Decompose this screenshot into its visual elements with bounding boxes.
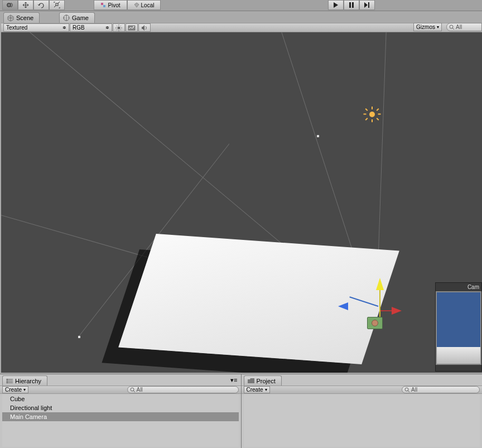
svg-point-8 [118, 26, 120, 29]
gizmos-label: Gizmos [416, 24, 435, 30]
svg-point-26 [7, 382, 8, 383]
scene-search-placeholder: All [456, 24, 462, 30]
gizmos-dropdown[interactable]: Gizmos ▾ [413, 23, 442, 31]
scale-tool-button[interactable] [49, 0, 65, 10]
rotate-tool-button[interactable] [33, 0, 49, 10]
scene-fx-toggle[interactable] [126, 23, 138, 32]
folder-icon [248, 378, 254, 384]
hierarchy-item[interactable]: Cube [2, 394, 239, 403]
svg-line-30 [408, 391, 409, 392]
tab-game-label: Game [72, 15, 89, 21]
project-body [244, 394, 480, 447]
hierarchy-icon [6, 378, 13, 384]
gizmo-y-arrow[interactable] [376, 278, 384, 290]
gizmo-x-axis[interactable] [380, 310, 393, 311]
frustum-handle [78, 336, 80, 338]
svg-rect-3 [101, 3, 103, 5]
pause-button[interactable] [344, 0, 359, 10]
project-panel: Project Create ▾ All [241, 374, 483, 448]
hierarchy-search-input[interactable]: All [127, 386, 239, 393]
svg-line-20 [452, 28, 454, 30]
svg-point-24 [7, 379, 8, 380]
gizmo-z-arrow[interactable] [338, 302, 348, 310]
hierarchy-item-label: Cube [10, 396, 25, 402]
tab-hierarchy[interactable]: Hierarchy [2, 375, 47, 386]
svg-rect-5 [349, 2, 351, 8]
hierarchy-tab-label: Hierarchy [15, 378, 41, 384]
hierarchy-item-label: Main Camera [10, 413, 47, 420]
hierarchy-item[interactable]: Main Camera [2, 412, 239, 421]
chevron-down-icon: ≑ [105, 25, 109, 30]
hierarchy-create-label: Create [5, 387, 22, 393]
local-toggle-button[interactable]: Local [127, 0, 161, 10]
svg-line-16 [117, 30, 117, 30]
project-create-dropdown[interactable]: Create ▾ [244, 386, 270, 393]
local-label: Local [141, 2, 155, 8]
camera-preview-sky [436, 291, 481, 347]
search-icon [449, 25, 455, 30]
camera-gizmo-icon[interactable] [367, 317, 383, 329]
chevron-down-icon: ▾ [23, 387, 26, 392]
hierarchy-body: Cube Directional light Main Camera [2, 394, 239, 447]
project-search-input[interactable]: All [402, 386, 480, 393]
draw-mode-dropdown[interactable]: Textured ≑ [3, 23, 69, 32]
tab-game[interactable]: Game [59, 12, 95, 23]
render-mode-dropdown[interactable]: RGB ≑ [70, 23, 112, 32]
pivot-label: Pivot [108, 2, 120, 8]
hierarchy-item-label: Directional light [10, 404, 52, 411]
game-tab-icon [63, 15, 70, 21]
scene-audio-toggle[interactable] [138, 23, 151, 32]
hierarchy-panel: Hierarchy ▾≡ Create ▾ All Cube Direction… [0, 374, 241, 448]
chevron-down-icon: ▾ [265, 387, 267, 392]
lower-panels: Hierarchy ▾≡ Create ▾ All Cube Direction… [0, 374, 482, 448]
svg-point-25 [7, 380, 8, 382]
hierarchy-options-button[interactable]: ▾≡ [230, 377, 237, 384]
directional-light-icon[interactable] [366, 108, 378, 121]
search-icon [130, 387, 136, 393]
svg-rect-7 [368, 2, 369, 8]
scene-tab-icon [7, 15, 14, 21]
step-button[interactable] [359, 0, 375, 10]
svg-rect-4 [103, 5, 105, 7]
move-tool-button[interactable] [18, 0, 33, 10]
tab-scene-label: Scene [16, 15, 33, 21]
hand-tool-button[interactable] [2, 0, 18, 10]
play-button[interactable] [328, 0, 344, 10]
pivot-toggle-button[interactable]: Pivot [94, 0, 127, 10]
svg-point-18 [133, 26, 134, 27]
gizmo-x-arrow[interactable] [392, 307, 402, 315]
project-tab-label: Project [257, 378, 276, 384]
search-icon [404, 387, 410, 393]
tab-project[interactable]: Project [244, 375, 282, 386]
hierarchy-item[interactable]: Directional light [2, 403, 239, 412]
svg-line-15 [120, 26, 121, 26]
svg-line-28 [133, 391, 135, 392]
svg-rect-2 [56, 3, 58, 6]
scene-viewport[interactable]: Cam [1, 32, 482, 373]
camera-preview-title: Cam [436, 283, 481, 291]
camera-preview-ground [436, 347, 481, 365]
svg-point-1 [8, 4, 9, 6]
chevron-down-icon: ≑ [62, 25, 66, 30]
svg-line-13 [117, 26, 117, 26]
scene-sub-toolbar: Textured ≑ RGB ≑ [1, 23, 482, 32]
scene-lighting-toggle[interactable] [113, 23, 125, 32]
svg-rect-6 [352, 2, 354, 8]
hierarchy-toolbar: Create ▾ All [0, 386, 241, 394]
draw-mode-value: Textured [6, 25, 27, 31]
hierarchy-search-placeholder: All [137, 387, 143, 393]
render-mode-value: RGB [73, 25, 85, 31]
project-search-placeholder: All [411, 387, 417, 393]
top-toolbar: Pivot Local [0, 0, 482, 11]
project-toolbar: Create ▾ All [242, 386, 483, 394]
project-create-label: Create [247, 387, 263, 393]
scene-search-input[interactable]: All [446, 23, 482, 31]
tab-scene[interactable]: Scene [3, 12, 40, 23]
play-controls [328, 0, 375, 10]
scene-tabs: Scene Game [1, 12, 482, 23]
chevron-down-icon: ▾ [437, 25, 439, 30]
hierarchy-create-dropdown[interactable]: Create ▾ [2, 386, 28, 393]
camera-preview-panel: Cam [435, 282, 482, 372]
frustum-handle [317, 135, 319, 137]
svg-line-14 [120, 30, 121, 30]
